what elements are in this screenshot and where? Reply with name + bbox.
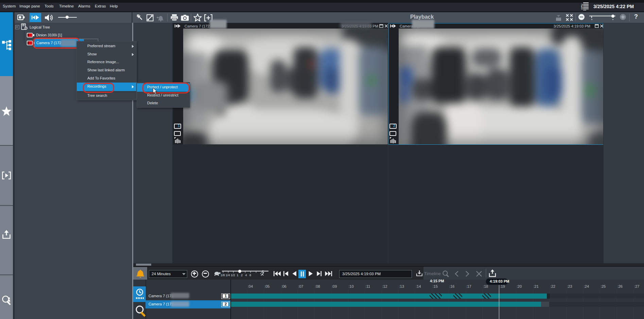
svg-text:CPU: CPU — [580, 4, 584, 10]
